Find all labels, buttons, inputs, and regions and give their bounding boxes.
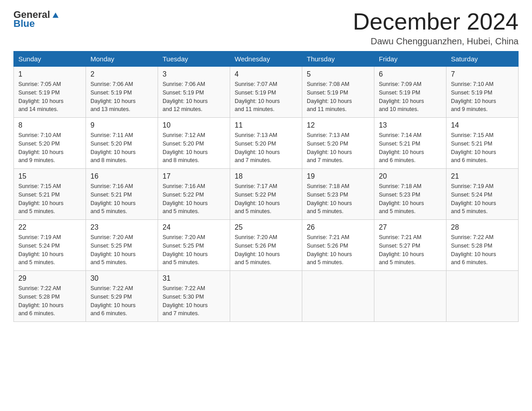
calendar-cell: 21 Sunrise: 7:19 AMSunset: 5:24 PMDaylig… (446, 169, 519, 220)
calendar-cell: 15 Sunrise: 7:15 AMSunset: 5:21 PMDaylig… (14, 169, 86, 220)
calendar-cell: 20 Sunrise: 7:18 AMSunset: 5:23 PMDaylig… (374, 169, 446, 220)
day-info: Sunrise: 7:19 AMSunset: 5:24 PMDaylight:… (451, 182, 514, 216)
day-number: 5 (307, 70, 369, 78)
header-sunday: Sunday (14, 51, 86, 67)
calendar-cell: 2 Sunrise: 7:06 AMSunset: 5:19 PMDayligh… (86, 67, 158, 118)
calendar-cell: 14 Sunrise: 7:15 AMSunset: 5:21 PMDaylig… (446, 118, 519, 169)
calendar-cell: 29 Sunrise: 7:22 AMSunset: 5:28 PMDaylig… (14, 271, 86, 322)
day-number: 28 (451, 223, 514, 231)
day-number: 22 (18, 223, 81, 231)
day-info: Sunrise: 7:13 AMSunset: 5:20 PMDaylight:… (307, 131, 369, 165)
calendar-cell: 26 Sunrise: 7:21 AMSunset: 5:26 PMDaylig… (302, 220, 374, 271)
calendar-cell: 22 Sunrise: 7:19 AMSunset: 5:24 PMDaylig… (14, 220, 86, 271)
day-info: Sunrise: 7:05 AMSunset: 5:19 PMDaylight:… (18, 80, 81, 114)
day-number: 27 (379, 223, 442, 231)
calendar-cell: 30 Sunrise: 7:22 AMSunset: 5:29 PMDaylig… (86, 271, 158, 322)
header-monday: Monday (86, 51, 158, 67)
calendar-header-row: SundayMondayTuesdayWednesdayThursdayFrid… (14, 51, 519, 67)
day-info: Sunrise: 7:10 AMSunset: 5:19 PMDaylight:… (451, 80, 514, 114)
day-info: Sunrise: 7:19 AMSunset: 5:24 PMDaylight:… (18, 233, 81, 267)
calendar-cell: 6 Sunrise: 7:09 AMSunset: 5:19 PMDayligh… (374, 67, 446, 118)
day-number: 20 (379, 172, 442, 180)
calendar-cell: 11 Sunrise: 7:13 AMSunset: 5:20 PMDaylig… (230, 118, 302, 169)
calendar-cell: 9 Sunrise: 7:11 AMSunset: 5:20 PMDayligh… (86, 118, 158, 169)
day-info: Sunrise: 7:06 AMSunset: 5:19 PMDaylight:… (90, 80, 153, 114)
day-info: Sunrise: 7:16 AMSunset: 5:21 PMDaylight:… (90, 182, 153, 216)
calendar-week-1: 1 Sunrise: 7:05 AMSunset: 5:19 PMDayligh… (14, 67, 519, 118)
calendar-cell: 7 Sunrise: 7:10 AMSunset: 5:19 PMDayligh… (446, 67, 519, 118)
calendar-cell (374, 271, 446, 322)
calendar-cell: 8 Sunrise: 7:10 AMSunset: 5:20 PMDayligh… (14, 118, 86, 169)
day-number: 23 (90, 223, 153, 231)
calendar-cell (446, 271, 519, 322)
day-info: Sunrise: 7:20 AMSunset: 5:25 PMDaylight:… (90, 233, 153, 267)
calendar-cell: 31 Sunrise: 7:22 AMSunset: 5:30 PMDaylig… (158, 271, 230, 322)
calendar-table: SundayMondayTuesdayWednesdayThursdayFrid… (13, 51, 519, 322)
title-section: December 2024 Dawu Chengguanzhen, Hubei,… (353, 9, 519, 47)
calendar-cell: 27 Sunrise: 7:21 AMSunset: 5:27 PMDaylig… (374, 220, 446, 271)
logo-triangle-icon (51, 10, 60, 19)
day-number: 2 (90, 70, 153, 78)
day-info: Sunrise: 7:10 AMSunset: 5:20 PMDaylight:… (18, 131, 81, 165)
day-number: 9 (90, 121, 153, 129)
logo: General Blue (13, 9, 60, 30)
day-number: 25 (235, 223, 297, 231)
calendar-week-5: 29 Sunrise: 7:22 AMSunset: 5:28 PMDaylig… (14, 271, 519, 322)
day-info: Sunrise: 7:17 AMSunset: 5:22 PMDaylight:… (235, 182, 297, 216)
svg-marker-0 (52, 13, 58, 18)
day-info: Sunrise: 7:22 AMSunset: 5:28 PMDaylight:… (18, 284, 81, 318)
day-number: 4 (235, 70, 297, 78)
day-info: Sunrise: 7:09 AMSunset: 5:19 PMDaylight:… (379, 80, 442, 114)
calendar-cell: 16 Sunrise: 7:16 AMSunset: 5:21 PMDaylig… (86, 169, 158, 220)
calendar-cell: 18 Sunrise: 7:17 AMSunset: 5:22 PMDaylig… (230, 169, 302, 220)
day-number: 13 (379, 121, 442, 129)
day-info: Sunrise: 7:18 AMSunset: 5:23 PMDaylight:… (307, 182, 369, 216)
page-header: General Blue December 2024 Dawu Chenggua… (13, 9, 519, 47)
calendar-week-4: 22 Sunrise: 7:19 AMSunset: 5:24 PMDaylig… (14, 220, 519, 271)
day-info: Sunrise: 7:15 AMSunset: 5:21 PMDaylight:… (451, 131, 514, 165)
calendar-cell: 17 Sunrise: 7:16 AMSunset: 5:22 PMDaylig… (158, 169, 230, 220)
day-number: 26 (307, 223, 369, 231)
day-number: 17 (163, 172, 225, 180)
header-thursday: Thursday (302, 51, 374, 67)
calendar-cell: 3 Sunrise: 7:06 AMSunset: 5:19 PMDayligh… (158, 67, 230, 118)
day-number: 19 (307, 172, 369, 180)
day-info: Sunrise: 7:13 AMSunset: 5:20 PMDaylight:… (235, 131, 297, 165)
day-info: Sunrise: 7:21 AMSunset: 5:27 PMDaylight:… (379, 233, 442, 267)
day-number: 3 (163, 70, 225, 78)
day-number: 31 (163, 274, 225, 283)
day-number: 29 (18, 274, 81, 283)
day-number: 21 (451, 172, 514, 180)
day-number: 16 (90, 172, 153, 180)
calendar-cell: 25 Sunrise: 7:20 AMSunset: 5:26 PMDaylig… (230, 220, 302, 271)
day-info: Sunrise: 7:11 AMSunset: 5:20 PMDaylight:… (90, 131, 153, 165)
day-number: 14 (451, 121, 514, 129)
day-number: 30 (90, 274, 153, 283)
header-saturday: Saturday (446, 51, 519, 67)
calendar-cell: 23 Sunrise: 7:20 AMSunset: 5:25 PMDaylig… (86, 220, 158, 271)
calendar-cell: 12 Sunrise: 7:13 AMSunset: 5:20 PMDaylig… (302, 118, 374, 169)
day-info: Sunrise: 7:15 AMSunset: 5:21 PMDaylight:… (18, 182, 81, 216)
day-info: Sunrise: 7:18 AMSunset: 5:23 PMDaylight:… (379, 182, 442, 216)
day-info: Sunrise: 7:22 AMSunset: 5:30 PMDaylight:… (163, 284, 225, 318)
day-info: Sunrise: 7:07 AMSunset: 5:19 PMDaylight:… (235, 80, 297, 114)
calendar-cell (302, 271, 374, 322)
calendar-cell: 4 Sunrise: 7:07 AMSunset: 5:19 PMDayligh… (230, 67, 302, 118)
calendar-week-3: 15 Sunrise: 7:15 AMSunset: 5:21 PMDaylig… (14, 169, 519, 220)
day-info: Sunrise: 7:14 AMSunset: 5:21 PMDaylight:… (379, 131, 442, 165)
header-wednesday: Wednesday (230, 51, 302, 67)
day-number: 8 (18, 121, 81, 129)
logo-blue-text: Blue (13, 18, 35, 30)
day-info: Sunrise: 7:12 AMSunset: 5:20 PMDaylight:… (163, 131, 225, 165)
day-number: 10 (163, 121, 225, 129)
day-info: Sunrise: 7:21 AMSunset: 5:26 PMDaylight:… (307, 233, 369, 267)
day-number: 11 (235, 121, 297, 129)
day-number: 7 (451, 70, 514, 78)
calendar-cell: 5 Sunrise: 7:08 AMSunset: 5:19 PMDayligh… (302, 67, 374, 118)
location-subtitle: Dawu Chengguanzhen, Hubei, China (353, 36, 519, 47)
day-number: 18 (235, 172, 297, 180)
calendar-cell: 28 Sunrise: 7:22 AMSunset: 5:28 PMDaylig… (446, 220, 519, 271)
month-title: December 2024 (353, 9, 519, 34)
calendar-cell: 1 Sunrise: 7:05 AMSunset: 5:19 PMDayligh… (14, 67, 86, 118)
day-info: Sunrise: 7:08 AMSunset: 5:19 PMDaylight:… (307, 80, 369, 114)
